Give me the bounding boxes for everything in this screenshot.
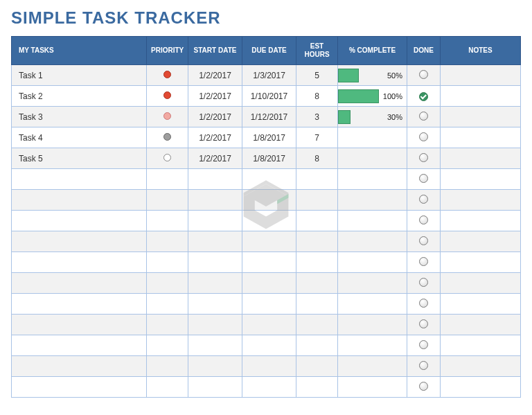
est-cell[interactable]: [296, 377, 338, 398]
done-cell[interactable]: [407, 294, 441, 315]
task-name-cell[interactable]: [12, 169, 147, 190]
start-cell[interactable]: [188, 211, 242, 231]
notes-cell[interactable]: [441, 86, 521, 107]
percent-complete-cell[interactable]: [338, 190, 407, 211]
notes-cell[interactable]: [441, 65, 521, 86]
task-name-cell[interactable]: [12, 315, 147, 335]
percent-complete-cell[interactable]: [338, 273, 407, 294]
done-cell[interactable]: [407, 190, 441, 211]
priority-cell[interactable]: [147, 86, 188, 107]
est-cell[interactable]: [296, 315, 338, 335]
start-cell[interactable]: [188, 231, 242, 252]
priority-cell[interactable]: [147, 169, 188, 190]
done-cell[interactable]: [407, 252, 441, 273]
start-cell[interactable]: 1/2/2017: [188, 65, 242, 86]
est-cell[interactable]: 3: [296, 107, 338, 127]
due-cell[interactable]: [242, 335, 296, 356]
percent-complete-cell[interactable]: 100%: [338, 86, 407, 107]
priority-cell[interactable]: [147, 252, 188, 273]
priority-cell[interactable]: [147, 65, 188, 86]
est-cell[interactable]: [296, 294, 338, 315]
due-cell[interactable]: [242, 356, 296, 377]
percent-complete-cell[interactable]: 50%: [338, 65, 407, 86]
est-cell[interactable]: 8: [296, 148, 338, 169]
priority-cell[interactable]: [147, 315, 188, 335]
due-cell[interactable]: [242, 169, 296, 190]
start-cell[interactable]: [188, 315, 242, 335]
start-cell[interactable]: 1/2/2017: [188, 148, 242, 169]
notes-cell[interactable]: [441, 356, 521, 377]
done-cell[interactable]: [407, 356, 441, 377]
task-name-cell[interactable]: [12, 377, 147, 398]
percent-complete-cell[interactable]: 30%: [338, 107, 407, 127]
est-cell[interactable]: 5: [296, 65, 338, 86]
percent-complete-cell[interactable]: [338, 252, 407, 273]
due-cell[interactable]: 1/8/2017: [242, 127, 296, 148]
done-checked-icon[interactable]: [419, 92, 428, 101]
start-cell[interactable]: [188, 190, 242, 211]
due-cell[interactable]: [242, 273, 296, 294]
est-cell[interactable]: [296, 356, 338, 377]
start-cell[interactable]: [188, 273, 242, 294]
due-cell[interactable]: [242, 231, 296, 252]
notes-cell[interactable]: [441, 169, 521, 190]
priority-cell[interactable]: [147, 273, 188, 294]
priority-cell[interactable]: [147, 294, 188, 315]
done-radio-icon[interactable]: [419, 70, 428, 79]
done-radio-icon[interactable]: [419, 382, 428, 391]
task-name-cell[interactable]: [12, 294, 147, 315]
task-name-cell[interactable]: Task 4: [12, 127, 147, 148]
done-cell[interactable]: [407, 148, 441, 169]
start-cell[interactable]: [188, 356, 242, 377]
percent-complete-cell[interactable]: [338, 377, 407, 398]
done-radio-icon[interactable]: [419, 236, 428, 245]
percent-complete-cell[interactable]: [338, 231, 407, 252]
task-name-cell[interactable]: [12, 273, 147, 294]
est-cell[interactable]: [296, 273, 338, 294]
task-name-cell[interactable]: Task 2: [12, 86, 147, 107]
due-cell[interactable]: 1/12/2017: [242, 107, 296, 127]
done-radio-icon[interactable]: [419, 132, 428, 141]
priority-cell[interactable]: [147, 211, 188, 231]
task-name-cell[interactable]: Task 5: [12, 148, 147, 169]
done-radio-icon[interactable]: [419, 195, 428, 204]
percent-complete-cell[interactable]: [338, 127, 407, 148]
done-radio-icon[interactable]: [419, 361, 428, 370]
notes-cell[interactable]: [441, 148, 521, 169]
start-cell[interactable]: [188, 294, 242, 315]
est-cell[interactable]: [296, 211, 338, 231]
due-cell[interactable]: [242, 294, 296, 315]
done-radio-icon[interactable]: [419, 278, 428, 287]
notes-cell[interactable]: [441, 294, 521, 315]
est-cell[interactable]: [296, 231, 338, 252]
est-cell[interactable]: [296, 190, 338, 211]
done-radio-icon[interactable]: [419, 112, 428, 121]
done-cell[interactable]: [407, 315, 441, 335]
due-cell[interactable]: 1/8/2017: [242, 148, 296, 169]
done-cell[interactable]: [407, 127, 441, 148]
task-name-cell[interactable]: [12, 190, 147, 211]
percent-complete-cell[interactable]: [338, 211, 407, 231]
due-cell[interactable]: [242, 190, 296, 211]
done-radio-icon[interactable]: [419, 153, 428, 162]
task-name-cell[interactable]: [12, 252, 147, 273]
start-cell[interactable]: 1/2/2017: [188, 127, 242, 148]
percent-complete-cell[interactable]: [338, 169, 407, 190]
notes-cell[interactable]: [441, 107, 521, 127]
est-cell[interactable]: 8: [296, 86, 338, 107]
notes-cell[interactable]: [441, 252, 521, 273]
est-cell[interactable]: [296, 252, 338, 273]
priority-cell[interactable]: [147, 335, 188, 356]
est-cell[interactable]: 7: [296, 127, 338, 148]
task-name-cell[interactable]: [12, 231, 147, 252]
start-cell[interactable]: [188, 377, 242, 398]
start-cell[interactable]: [188, 335, 242, 356]
percent-complete-cell[interactable]: [338, 315, 407, 335]
done-radio-icon[interactable]: [419, 215, 428, 224]
priority-cell[interactable]: [147, 127, 188, 148]
start-cell[interactable]: 1/2/2017: [188, 86, 242, 107]
task-name-cell[interactable]: [12, 356, 147, 377]
task-name-cell[interactable]: [12, 211, 147, 231]
notes-cell[interactable]: [441, 190, 521, 211]
notes-cell[interactable]: [441, 377, 521, 398]
